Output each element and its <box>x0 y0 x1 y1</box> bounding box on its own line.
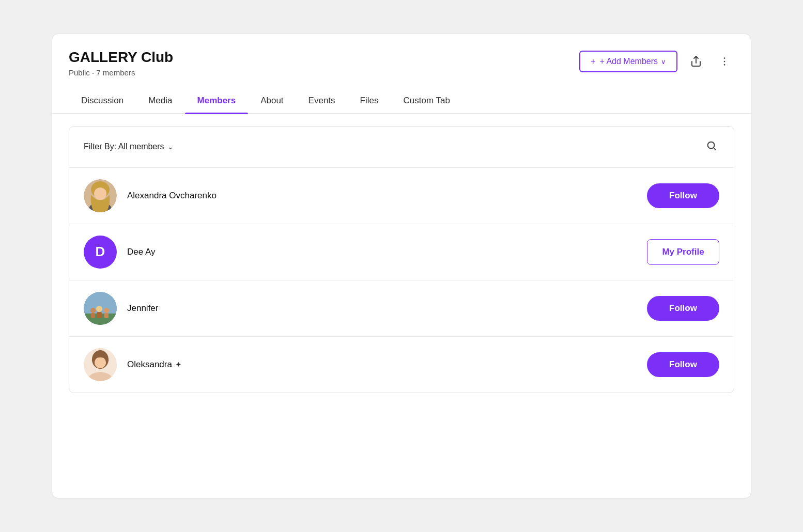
avatar <box>84 179 117 212</box>
my-profile-button[interactable]: My Profile <box>647 239 719 265</box>
tab-discussion[interactable]: Discussion <box>69 89 136 113</box>
tab-custom[interactable]: Custom Tab <box>391 89 462 113</box>
follow-button-alexandra[interactable]: Follow <box>647 183 719 208</box>
follow-button-oleksandra[interactable]: Follow <box>647 352 719 377</box>
more-icon <box>719 56 730 67</box>
svg-rect-15 <box>91 313 95 318</box>
search-button[interactable] <box>704 138 719 156</box>
member-name: Dee Ay <box>127 247 647 257</box>
member-name: Oleksandra ✦ <box>127 359 647 370</box>
member-name: Alexandra Ovcharenko <box>127 191 647 201</box>
tab-about[interactable]: About <box>248 89 296 113</box>
svg-point-18 <box>104 308 109 313</box>
tab-files[interactable]: Files <box>348 89 391 113</box>
svg-point-3 <box>724 64 725 66</box>
member-row: Jennifer Follow <box>69 280 734 337</box>
filter-card: Filter By: All members ⌄ <box>69 126 734 393</box>
svg-point-16 <box>96 306 102 312</box>
group-subtitle: Public · 7 members <box>69 68 173 77</box>
more-options-button[interactable] <box>715 54 734 69</box>
tabs-bar: Discussion Media Members About Events Fi… <box>52 89 751 114</box>
tab-events[interactable]: Events <box>296 89 348 113</box>
svg-line-5 <box>714 148 716 150</box>
search-icon <box>706 140 717 151</box>
add-members-label: + Add Members <box>600 57 658 66</box>
add-members-button[interactable]: + + Add Members ∨ <box>579 51 677 72</box>
svg-point-1 <box>724 57 725 59</box>
member-row: Oleksandra ✦ Follow <box>69 337 734 393</box>
follow-button-jennifer[interactable]: Follow <box>647 296 719 321</box>
filter-by-dropdown[interactable]: Filter By: All members ⌄ <box>84 142 174 151</box>
avatar <box>84 292 117 325</box>
svg-rect-19 <box>104 313 109 318</box>
main-content: Filter By: All members ⌄ <box>52 114 751 405</box>
share-button[interactable] <box>686 53 706 70</box>
filter-label: Filter By: All members <box>84 142 164 151</box>
page-wrapper: GALLERY Club Public · 7 members + + Add … <box>52 34 751 498</box>
svg-point-2 <box>724 61 725 62</box>
member-row: Alexandra Ovcharenko Follow <box>69 168 734 224</box>
share-icon <box>690 55 702 68</box>
chevron-down-icon: ∨ <box>661 58 666 66</box>
header-left: GALLERY Club Public · 7 members <box>69 49 173 77</box>
avatar: D <box>84 236 117 269</box>
member-row: D Dee Ay My Profile <box>69 224 734 280</box>
plus-icon: + <box>591 57 595 66</box>
verified-badge-icon: ✦ <box>175 360 182 369</box>
filter-chevron-icon: ⌄ <box>167 143 174 151</box>
svg-point-8 <box>94 187 106 200</box>
svg-point-14 <box>90 308 96 313</box>
avatar <box>84 348 117 381</box>
header-right: + + Add Members ∨ <box>579 51 734 72</box>
tab-members[interactable]: Members <box>185 89 249 113</box>
header: GALLERY Club Public · 7 members + + Add … <box>52 34 751 77</box>
svg-rect-17 <box>97 312 102 318</box>
svg-point-24 <box>95 357 106 368</box>
tab-media[interactable]: Media <box>136 89 184 113</box>
member-name: Jennifer <box>127 303 647 314</box>
group-title: GALLERY Club <box>69 49 173 66</box>
filter-row: Filter By: All members ⌄ <box>69 127 734 168</box>
